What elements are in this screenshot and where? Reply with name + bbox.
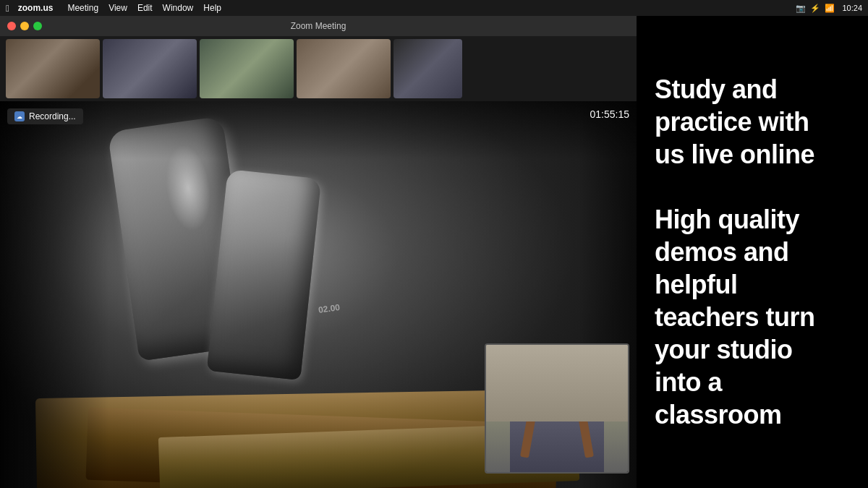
promo-line3: us live online [655, 140, 814, 169]
participant-thumb-5[interactable] [393, 39, 462, 98]
promo-line10: into a [655, 367, 722, 397]
promo-text-block: Study and practice with us live online H… [655, 73, 815, 431]
recording-badge: ☁ Recording... [7, 108, 83, 124]
self-view-background [486, 345, 628, 472]
thumb-image-4 [297, 39, 391, 98]
main-video: 02.00 ☁ Recording... 01:55:15 [0, 101, 637, 488]
zoom-window: Zoom Meeting [0, 16, 637, 488]
menu-edit[interactable]: Edit [137, 3, 153, 13]
minimize-button[interactable] [20, 22, 29, 30]
participant-thumb-4[interactable] [297, 39, 391, 98]
apple-logo-icon:  [6, 3, 9, 14]
promo-line9: your studio [655, 335, 793, 364]
maximize-button[interactable] [33, 22, 42, 30]
participant-thumb-2[interactable] [103, 39, 197, 98]
menubar-items: Meeting View Edit Window Help [67, 3, 221, 13]
main-content: Zoom Meeting [0, 16, 868, 488]
promo-line6: demos and [655, 237, 789, 267]
window-controls [7, 22, 42, 30]
self-view-bg-wall [486, 345, 628, 421]
window-title: Zoom Meeting [291, 21, 346, 31]
camera-icon: 📷 [796, 4, 806, 13]
menubar-right: 📷 ⚡ 📶 10:24 [796, 0, 862, 16]
menu-window[interactable]: Window [163, 3, 194, 13]
menubar:  zoom.us Meeting View Edit Window Help … [0, 0, 868, 16]
promo-line8: teachers turn [655, 302, 815, 332]
thumb-image-5 [393, 39, 462, 98]
menubar-app-name[interactable]: zoom.us [18, 3, 54, 13]
self-view-window[interactable] [485, 343, 629, 474]
thumb-image-2 [103, 39, 197, 98]
recording-icon: ☁ [14, 111, 25, 121]
promo-line2: practice with [655, 107, 809, 137]
menu-meeting[interactable]: Meeting [67, 3, 98, 13]
meeting-timer: 01:55:15 [590, 108, 630, 120]
menu-view[interactable]: View [109, 3, 127, 13]
promo-line11: classroom [655, 400, 782, 429]
participant-thumb-1[interactable] [6, 39, 100, 98]
promo-panel: Study and practice with us live online H… [637, 16, 868, 488]
participant-thumb-3[interactable] [200, 39, 294, 98]
menubar-left:  zoom.us Meeting View Edit Window Help [6, 3, 221, 14]
battery-icon: ⚡ [810, 4, 820, 13]
thumbnails-bar [0, 36, 637, 101]
promo-line5: High quality [655, 205, 799, 234]
zoom-titlebar: Zoom Meeting [0, 16, 637, 36]
promo-line7: helpful [655, 270, 737, 299]
thumb-image-1 [6, 39, 100, 98]
menu-help[interactable]: Help [203, 3, 221, 13]
clock: 10:24 [842, 4, 862, 12]
promo-line1: Study and [655, 74, 778, 104]
recording-label: Recording... [29, 111, 76, 121]
close-button[interactable] [7, 22, 16, 30]
wifi-icon: 📶 [825, 4, 835, 13]
thumb-image-3 [200, 39, 294, 98]
